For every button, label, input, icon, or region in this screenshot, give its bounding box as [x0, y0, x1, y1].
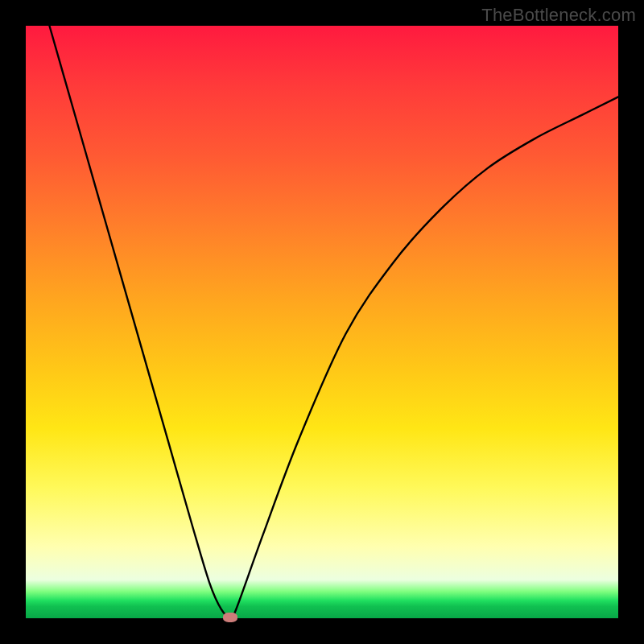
chart-frame: TheBottleneck.com: [0, 0, 644, 644]
plot-area: [26, 26, 618, 618]
optimal-point-marker: [223, 613, 237, 622]
bottleneck-curve: [26, 26, 618, 618]
watermark-text: TheBottleneck.com: [481, 5, 636, 26]
